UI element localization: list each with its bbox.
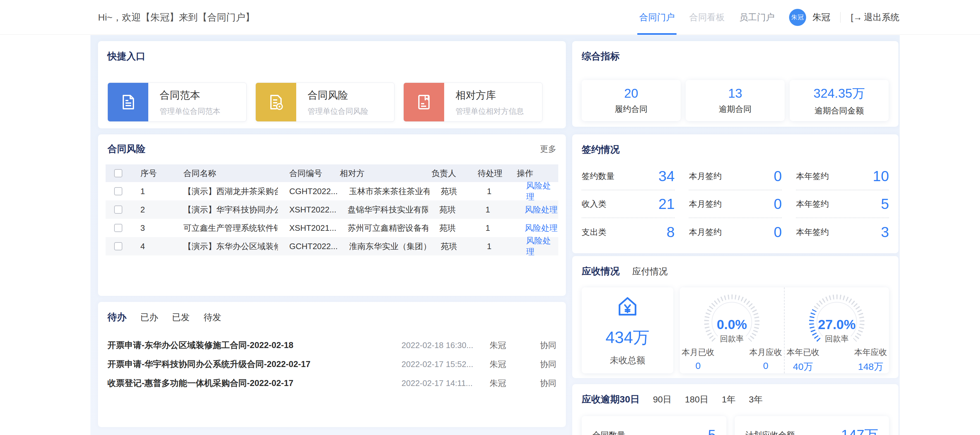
signing-value: 0 [773, 167, 782, 185]
list-item[interactable]: 收票登记-惠普多功能一体机采购合同-2022-02-17 2022-02-17 … [108, 374, 557, 393]
cell-pending: 1 [469, 205, 510, 215]
overdue-label: 合同数量 [592, 430, 625, 435]
gauge-stat: 本月应收 0 [749, 347, 782, 371]
col-action: 操作 [502, 168, 558, 179]
select-all-checkbox[interactable] [114, 169, 123, 177]
cell-party: 苏州可立鑫精密设备有... [336, 223, 428, 234]
cell-seq: 1 [131, 186, 172, 196]
signing-label: 本年签约 [796, 227, 829, 238]
signing-card: 签约情况 签约数量 34 本月签约 0 本年签约 10 收入类 21 本月签约 … [572, 134, 899, 253]
overdue-planned-amount-card: 计划应收金额 147万 [735, 416, 889, 435]
cell-name: 【演示】华宇科技协同办公... [172, 204, 278, 215]
tab-tosend[interactable]: 待发 [204, 311, 221, 323]
signing-label: 本月签约 [689, 199, 722, 210]
quick-tile-contract-template[interactable]: 合同范本 管理单位合同范本 [108, 83, 247, 122]
col-pending: 待处理 [461, 168, 502, 179]
signing-value: 34 [659, 167, 675, 185]
receivable-tabs: 应收情况 应付情况 [582, 265, 889, 278]
tab-receivable[interactable]: 应收情况 [582, 265, 620, 278]
todo-item-tag: 协同 [522, 359, 557, 370]
house-yuan-icon [616, 294, 640, 318]
more-link[interactable]: 更多 [540, 143, 557, 155]
signing-label: 本年签约 [796, 171, 829, 182]
signing-stat: 本月签约 0 [689, 218, 782, 246]
overdue-contract-count-card: 合同数量 5 [582, 416, 727, 435]
stat-value: 20 [624, 86, 638, 100]
signing-stat: 签约数量 34 [582, 163, 675, 190]
tab-sent[interactable]: 已发 [172, 311, 190, 323]
cell-party: 盘锦华宇科技实业有限... [336, 204, 428, 215]
risk-handle-link[interactable]: 风险处理 [525, 223, 558, 233]
gauge-percent: 27.0% [797, 317, 876, 332]
tab-contract-board[interactable]: 合同看板 [689, 0, 725, 35]
risk-handle-link[interactable]: 风险处理 [526, 181, 551, 201]
row-checkbox[interactable] [114, 242, 123, 250]
quick-tile-contract-risk[interactable]: 合同风险 管理单位合同风险 [255, 83, 395, 122]
logout-label: 退出系统 [864, 11, 899, 23]
overdue-card: 应收逾期30日 90日 180日 1年 3年 合同数量 5 计划应收金额 147… [572, 384, 899, 435]
col-owner: 负责人 [420, 168, 461, 179]
signing-label: 本月签约 [689, 227, 722, 238]
risk-handle-link[interactable]: 风险处理 [525, 205, 558, 214]
table-row: 1 【演示】西湖龙井茶采购合... CGHT2022... 玉林市茶来茶往茶业有… [106, 182, 558, 201]
signing-label: 支出类 [582, 227, 606, 238]
col-seq: 序号 [131, 168, 172, 179]
todo-item-user: 朱冠 [474, 378, 522, 389]
tab-payable[interactable]: 应付情况 [632, 266, 668, 277]
cell-code: GCHT2022... [278, 242, 337, 251]
gauge-panel: 0.0% 回款率 本月已收 0 本月应收 0 [680, 287, 889, 373]
gauge-stat: 本年已收 40万 [786, 347, 819, 373]
unreceived-total-card: 434万 未收总额 [582, 287, 673, 373]
stat-label: 逾期合同金额 [815, 105, 864, 116]
avatar[interactable]: 朱冠 [789, 9, 806, 26]
quick-tile-subtitle: 管理单位相对方信息 [455, 106, 524, 116]
cell-name: 【演示】西湖龙井茶采购合... [172, 186, 278, 197]
list-item[interactable]: 开票申请-东华办公区域装修施工合同-2022-02-18 2022-02-18 … [108, 336, 557, 355]
row-checkbox[interactable] [114, 187, 123, 195]
tab-staff-portal[interactable]: 员工门户 [739, 0, 775, 35]
tab-done[interactable]: 已办 [140, 311, 158, 323]
tab-180d[interactable]: 180日 [685, 394, 709, 406]
todo-item-title: 开票申请-东华办公区域装修施工合同-2022-02-18 [108, 339, 401, 351]
contract-template-icon [108, 83, 148, 121]
tab-1y[interactable]: 1年 [722, 394, 736, 406]
quick-entry-title: 快捷入口 [108, 50, 557, 63]
counterparty-icon [404, 83, 444, 121]
signing-stat: 支出类 8 [582, 218, 675, 246]
cell-seq: 4 [131, 242, 172, 251]
cell-code: CGHT2022... [278, 186, 337, 196]
logout-button[interactable]: [→ 退出系统 [851, 11, 899, 23]
gauge-stat-value: 148万 [858, 360, 883, 373]
quick-tile-subtitle: 管理单位合同范本 [160, 106, 220, 116]
row-checkbox[interactable] [114, 206, 123, 214]
cell-pending: 1 [470, 242, 512, 251]
signing-stat: 本月签约 0 [689, 163, 782, 190]
receivable-card: 应收情况 应付情况 434万 未收总额 [572, 256, 899, 378]
gauge-label: 回款率 [797, 333, 876, 344]
list-item[interactable]: 开票申请-华宇科技协同办公系统升级合同-2022-02-17 2022-02-1… [108, 355, 557, 374]
gauge-percent: 0.0% [692, 317, 772, 332]
signing-title: 签约情况 [582, 143, 889, 156]
year-gauge: 27.0% 回款率 本年已收 40万 本年应收 148万 [784, 287, 889, 373]
quick-tile-title: 合同风险 [308, 89, 368, 102]
quick-entry-row: 合同范本 管理单位合同范本 合同风险 管 [108, 83, 557, 122]
contract-risk-title: 合同风险 [108, 143, 145, 156]
welcome-greeting: Hi~，欢迎【朱冠】来到【合同门户】 [98, 0, 255, 35]
contract-risk-card: 合同风险 更多 序号 合同名称 合同编号 相对方 负责人 待处理 操作 1 【演… [98, 134, 566, 296]
risk-handle-link[interactable]: 风险处理 [526, 236, 551, 257]
cell-seq: 2 [131, 205, 172, 215]
overdue-value: 5 [708, 427, 716, 435]
tab-todo[interactable]: 待办 [108, 311, 126, 324]
cell-seq: 3 [131, 223, 172, 233]
tab-3y[interactable]: 3年 [749, 394, 763, 406]
col-party: 相对方 [328, 168, 420, 179]
todo-item-time: 2022-02-17 14:11... [401, 378, 474, 388]
tab-90d[interactable]: 90日 [653, 394, 671, 406]
top-nav: 合同门户 合同看板 员工门户 朱冠 朱冠 [→ 退出系统 [639, 0, 899, 35]
tab-contract-portal[interactable]: 合同门户 [639, 0, 675, 35]
quick-tile-counterparty[interactable]: 相对方库 管理单位相对方信息 [403, 83, 542, 122]
quick-tile-title: 合同范本 [160, 89, 220, 102]
gauge-stat-label: 本年应收 [854, 347, 887, 358]
row-checkbox[interactable] [114, 224, 123, 232]
signing-stat: 本年签约 5 [796, 190, 889, 218]
